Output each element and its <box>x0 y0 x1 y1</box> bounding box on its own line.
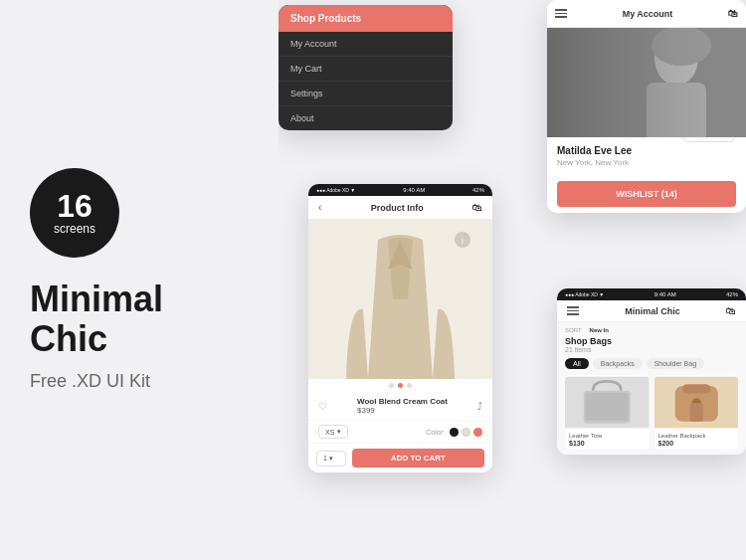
main-title: Minimal Chic <box>30 280 249 358</box>
product-cart-bar: 1 ▾ ADD TO CART <box>308 443 492 472</box>
badge-circle: 16 screens <box>30 168 119 258</box>
status-signal: ●●● Adobe XD ▼ <box>316 187 355 193</box>
menu-item-settings[interactable]: Settings <box>279 82 453 106</box>
svg-text:i: i <box>462 236 464 246</box>
color-beige[interactable] <box>462 428 470 437</box>
product-card-tote[interactable]: Leather Tote $130 <box>565 375 650 450</box>
wishlist-button[interactable]: WISHLIST (14) <box>557 181 736 207</box>
add-to-cart-button[interactable]: ADD TO CART <box>352 449 484 467</box>
backpack-name: Leather Backpack <box>654 430 739 440</box>
menu-screen: Shop Products My Account My Cart Setting… <box>279 5 453 130</box>
shop-category: Shop Bags <box>565 336 738 346</box>
account-name: Matilda Eve Lee <box>557 145 632 156</box>
product-nav: ‹ Product Info 🛍 <box>308 196 492 220</box>
account-photo <box>547 28 746 137</box>
svg-rect-4 <box>547 28 746 137</box>
back-icon[interactable]: ‹ <box>318 202 321 213</box>
account-info: Matilda Eve Lee New York, New York Edit … <box>547 137 746 175</box>
menu-item-cart[interactable]: My Cart <box>279 57 453 82</box>
backpack-price: $200 <box>654 440 739 450</box>
shop-hamburger-icon[interactable] <box>567 306 579 315</box>
badge-number: 16 <box>57 190 93 222</box>
tote-name: Leather Tote <box>565 430 650 440</box>
product-options: XS ▾ Color: <box>308 420 492 443</box>
product-price: $399 <box>357 406 448 415</box>
sort-label: SORT <box>565 327 582 333</box>
coat-svg: i <box>308 220 492 379</box>
filter-all[interactable]: All <box>565 358 589 369</box>
status-battery: 42% <box>472 187 484 193</box>
color-black[interactable] <box>450 428 459 437</box>
cart-icon[interactable]: 🛍 <box>472 202 482 213</box>
product-status-bar: ●●● Adobe XD ▼ 9:40 AM 42% <box>308 184 492 196</box>
badge-label: screens <box>54 222 95 236</box>
menu-header: Shop Products <box>279 5 453 32</box>
menu-item-about[interactable]: About <box>279 106 453 130</box>
filter-tabs: All Backpacks Shoulder Bag <box>565 358 738 369</box>
sort-value: New In <box>590 327 609 333</box>
svg-rect-13 <box>682 384 710 393</box>
shop-status-battery: 42% <box>726 291 738 297</box>
account-header: My Account 🛍 <box>547 0 746 28</box>
account-location: New York, New York <box>557 158 632 167</box>
dot-1 <box>389 383 394 388</box>
product-card-backpack[interactable]: Leather Backpack $200 <box>654 375 739 450</box>
shop-sort: SORT New In <box>565 327 738 333</box>
menu-item-account[interactable]: My Account <box>279 32 453 57</box>
shop-screen: ●●● Adobe XD ▼ 9:40 AM 42% Minimal Chic … <box>557 288 746 455</box>
shop-cart-icon[interactable]: 🛍 <box>726 305 736 316</box>
filter-shoulder[interactable]: Shoulder Bag <box>647 358 704 369</box>
dot-2 <box>398 383 403 388</box>
qty-chevron: ▾ <box>329 455 333 463</box>
left-panel: 16 screens Minimal Chic Free .XD UI Kit <box>0 128 279 431</box>
product-dots <box>308 379 492 392</box>
account-photo-svg <box>547 28 746 137</box>
shop-count: 21 items <box>565 346 738 353</box>
right-panel: Shop Products My Account My Cart Setting… <box>279 0 746 560</box>
status-time: 9:40 AM <box>403 187 425 193</box>
product-nav-title: Product Info <box>371 203 424 213</box>
svg-rect-15 <box>689 403 702 422</box>
hamburger-icon[interactable] <box>555 9 567 18</box>
account-screen: My Account 🛍 <box>547 0 746 213</box>
subtitle: Free .XD UI Kit <box>30 371 150 392</box>
shop-status-bar: ●●● Adobe XD ▼ 9:40 AM 42% <box>557 288 746 300</box>
shop-body: SORT New In Shop Bags 21 items All Backp… <box>557 322 746 455</box>
color-pink[interactable] <box>473 428 482 437</box>
shop-status-time: 9:40 AM <box>654 291 676 297</box>
color-label: Color: <box>426 429 445 436</box>
quantity-selector[interactable]: 1 ▾ <box>316 451 346 467</box>
size-selector[interactable]: XS ▾ <box>318 425 348 439</box>
color-selector: Color: <box>426 428 482 437</box>
shop-nav: Minimal Chic 🛍 <box>557 300 746 322</box>
dot-3 <box>407 383 412 388</box>
product-image: i <box>308 220 492 379</box>
product-name: Wool Blend Cream Coat <box>357 397 448 406</box>
share-icon[interactable]: ⤴ <box>477 401 482 412</box>
cart-icon[interactable]: 🛍 <box>728 8 738 19</box>
shop-nav-title: Minimal Chic <box>625 306 680 316</box>
tote-price: $130 <box>565 440 650 450</box>
menu-toggle[interactable] <box>413 11 441 23</box>
chevron-icon: ▾ <box>337 428 341 436</box>
tote-image <box>565 375 650 430</box>
product-info-bar: ♡ Wool Blend Cream Coat $399 ⤴ <box>308 392 492 420</box>
account-title: My Account <box>571 9 724 19</box>
shop-status-signal: ●●● Adobe XD ▼ <box>565 291 604 297</box>
product-screen: ●●● Adobe XD ▼ 9:40 AM 42% ‹ Product Inf… <box>308 184 492 472</box>
filter-backpacks[interactable]: Backpacks <box>593 358 643 369</box>
product-grid: Leather Tote $130 <box>565 375 738 450</box>
backpack-image <box>654 375 739 430</box>
svg-rect-10 <box>586 393 629 421</box>
heart-icon[interactable]: ♡ <box>318 401 327 412</box>
